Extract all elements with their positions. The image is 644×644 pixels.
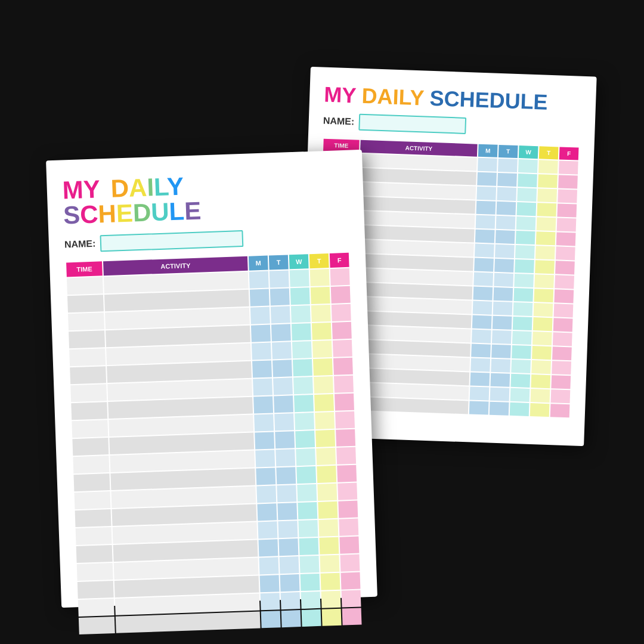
col-header-t-front: T (269, 255, 289, 270)
cell-f (555, 275, 574, 289)
cell-m (252, 360, 272, 377)
cell-m (476, 187, 496, 200)
cell-m (476, 201, 496, 215)
cell-th (311, 305, 331, 322)
cell-w (298, 502, 317, 519)
cell-m (476, 215, 496, 229)
cell-m (251, 325, 271, 342)
col-header-t2-back: T (539, 146, 559, 159)
cell-w (517, 188, 537, 202)
col-header-f-front: F (330, 253, 349, 268)
cell-w (290, 287, 310, 305)
cell-w (296, 466, 316, 484)
cell-t (270, 288, 290, 305)
cell-th (318, 501, 338, 519)
cell-t (280, 556, 299, 574)
cell-th (538, 174, 558, 188)
cell-th (318, 519, 338, 537)
cell-th (537, 217, 556, 231)
cell-th (319, 537, 339, 555)
cell-f (330, 268, 350, 286)
cell-w (298, 520, 318, 537)
cell-t (271, 306, 290, 323)
cell-m (471, 344, 491, 358)
cell-f (556, 232, 576, 246)
cell-t (492, 330, 512, 344)
cell-f (333, 340, 352, 357)
cell-w (510, 402, 530, 416)
cell-m (250, 289, 270, 306)
cell-th (313, 358, 333, 376)
cell-w (515, 259, 534, 273)
cell-t (272, 342, 292, 359)
cell-t (497, 173, 517, 187)
cell-w (295, 413, 314, 430)
title-daily-back: DAILY (361, 83, 430, 110)
tl-m: M (62, 175, 84, 204)
cell-t (277, 485, 296, 502)
cell-t (274, 413, 294, 431)
cell-w (516, 231, 535, 244)
cell-w (301, 592, 321, 609)
col-header-t-back: T (499, 145, 518, 158)
tl-a: A (128, 174, 147, 202)
cell-f (552, 361, 571, 374)
cell-f (551, 389, 571, 403)
name-input-back[interactable] (359, 114, 467, 134)
card-front-title: MYDAILY SCHEDULE (62, 168, 349, 228)
cell-t (496, 230, 515, 244)
cell-t (491, 345, 511, 358)
cell-time (76, 527, 112, 545)
col-header-m-front: M (249, 256, 268, 271)
cell-w (292, 341, 312, 358)
cell-t (280, 574, 300, 592)
cell-th (537, 203, 556, 216)
cell-t (277, 503, 297, 520)
cell-f (334, 376, 354, 393)
tl-l2: L (169, 197, 185, 225)
name-row-front: NAME: (64, 227, 350, 253)
tl-s: S (63, 201, 80, 230)
cell-time (73, 456, 109, 473)
cell-f (335, 411, 355, 429)
cell-m (469, 401, 489, 414)
cell-time (67, 295, 104, 312)
cell-m (474, 258, 494, 272)
schedule-table-front: TIME ACTIVITY M T W T F (65, 252, 363, 636)
cell-t (496, 202, 516, 215)
cell-t (495, 244, 515, 258)
cell-t (281, 592, 301, 609)
cell-t (275, 431, 295, 448)
tl-y2: Y (166, 172, 184, 200)
cell-f (338, 501, 358, 518)
cell-time (75, 509, 112, 527)
card-back-title: MY DAILY SCHEDULE (324, 84, 582, 114)
cell-th (531, 374, 550, 388)
cell-w (513, 288, 533, 302)
cell-m (470, 372, 490, 386)
cell-th (315, 430, 335, 447)
cell-w (293, 377, 313, 394)
cell-th (531, 360, 551, 374)
cell-m (253, 378, 273, 395)
cell-th (311, 287, 330, 304)
cell-f (554, 304, 574, 317)
cell-w (518, 174, 537, 187)
cell-w (516, 202, 536, 216)
cell-f (336, 429, 355, 447)
cell-m (252, 343, 271, 360)
cell-f (558, 175, 578, 188)
cell-w (514, 274, 534, 287)
title-schedule-back: SCHEDULE (429, 86, 548, 114)
cell-w (511, 360, 531, 373)
cell-w (516, 216, 536, 230)
name-input-front[interactable] (100, 230, 244, 252)
cell-time (77, 563, 113, 581)
cell-t (494, 273, 513, 287)
cell-m (250, 307, 270, 324)
col-header-time-front: TIME (66, 261, 103, 277)
cell-time (71, 402, 107, 420)
cell-w (296, 448, 315, 466)
cell-th (534, 289, 553, 302)
col-header-f-back: F (559, 147, 579, 160)
